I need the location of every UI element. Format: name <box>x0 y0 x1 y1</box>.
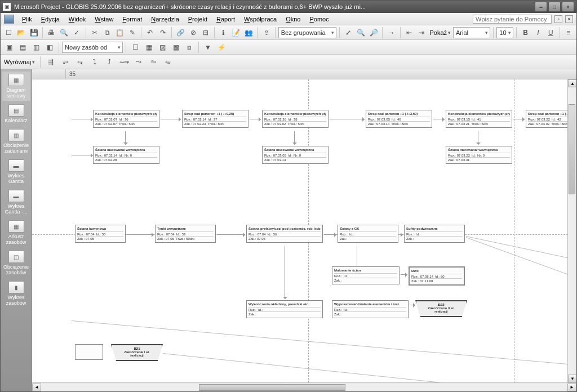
sidebar-item-6[interactable]: ◫Obciążenie zasobów <box>2 248 30 278</box>
minimize-button[interactable]: – <box>535 2 547 12</box>
open-icon[interactable]: 📂 <box>15 26 26 39</box>
scroll-right-button[interactable]: ► <box>567 384 576 391</box>
task-box[interactable]: Ściany z GKRoz.: Id.: Zak.: <box>338 225 398 243</box>
tb2-icon-3[interactable]: ▥ <box>30 41 42 54</box>
menu-plik[interactable]: Plik <box>17 15 37 24</box>
align-left-icon[interactable]: ≡ <box>563 26 574 39</box>
tb2-icon-4[interactable]: ◧ <box>43 41 56 54</box>
menu-format[interactable]: Format <box>118 15 147 24</box>
redo-icon[interactable]: ↷ <box>157 26 168 39</box>
level-button[interactable]: Wyrównaj <box>3 59 36 65</box>
outdent-icon[interactable]: ⇤ <box>403 26 415 39</box>
task-box[interactable]: Strop nad parterem +1 (-/+3,60)Roz.: 07.… <box>366 110 432 128</box>
maximize-button[interactable]: □ <box>548 2 561 12</box>
sidebar-item-7[interactable]: ▮Wykres zasobów <box>2 279 30 308</box>
copy-icon[interactable]: ⧉ <box>101 26 113 39</box>
sidebar-item-1[interactable]: ▤Kalendarz <box>2 102 30 126</box>
scroll-left-button[interactable]: ◄ <box>32 384 41 391</box>
sidebar-item-4[interactable]: ▬Wykres Gantta -... <box>2 188 30 217</box>
task-box[interactable]: Ściana murowana/ wewnętrznaRoz.: 07.03.2… <box>446 146 512 164</box>
new-icon[interactable]: ☐ <box>3 26 14 39</box>
horizontal-scrollbar[interactable]: ◄ ► <box>32 382 576 391</box>
menu-wstaw[interactable]: Wstaw <box>90 15 118 24</box>
tb2-icon-1[interactable]: ▣ <box>3 41 15 54</box>
preview-icon[interactable]: 🔍 <box>59 26 70 39</box>
task-box[interactable] <box>75 344 103 360</box>
close-doc-button[interactable]: × <box>565 15 573 23</box>
cut-icon[interactable]: ✂ <box>88 26 100 39</box>
scroll-thumb-v[interactable] <box>569 104 575 194</box>
scroll-thumb-h[interactable] <box>199 384 345 391</box>
menu-współpraca[interactable]: Współpraca <box>239 15 281 24</box>
menu-widok[interactable]: Widok <box>64 15 91 24</box>
tb2-icon-7[interactable]: ▨ <box>156 41 168 54</box>
menu-okno[interactable]: Okno <box>281 15 305 24</box>
publish-icon[interactable]: ⇪ <box>260 26 272 39</box>
scroll-down-button[interactable]: ▼ <box>568 375 576 382</box>
spell-icon[interactable]: ✓ <box>71 26 82 39</box>
tb2-icon-9[interactable]: ⧈ <box>183 41 196 54</box>
task-box[interactable]: Konstrukcja elementów pionowych płytRoz.… <box>446 110 512 128</box>
lvl-icon-2[interactable]: ⥅ <box>59 56 72 68</box>
lvl-icon-7[interactable]: ⤳ <box>132 56 145 68</box>
task-box[interactable]: Konstrukcja elementów pionowych płytRoz.… <box>93 110 159 128</box>
grouping-combo[interactable]: Bez grupowania <box>278 27 336 38</box>
task-box[interactable]: Ściana kurtynowaRoz.: 07.04Id.: 50Zak.: … <box>75 225 126 243</box>
scroll-up-button[interactable]: ▲ <box>568 79 576 87</box>
task-box[interactable]: Ściana murowana/ wewnętrznaRoz.: 07.03.0… <box>262 146 329 164</box>
goto-icon[interactable]: → <box>385 26 397 39</box>
tb2-icon-6[interactable]: ▦ <box>143 41 155 54</box>
filter-icon[interactable]: ▼ <box>202 41 214 54</box>
undo-icon[interactable]: ↶ <box>144 26 156 39</box>
task-box[interactable]: Ściana murowana/ wewnętrznaRoz.: 07.02.1… <box>93 146 159 164</box>
task-box[interactable]: Ściana prefabryk.cc/ pod poziomdc. rob. … <box>246 225 323 243</box>
sidebar-item-5[interactable]: ▦Arkusz zasobów <box>2 218 30 247</box>
lvl-icon-8[interactable]: ⥲ <box>147 56 159 68</box>
lvl-icon-5[interactable]: ⤴ <box>103 56 116 68</box>
lvl-icon-4[interactable]: ⤵ <box>88 56 101 68</box>
lvl-icon-6[interactable]: ⟿ <box>118 56 130 68</box>
task-box[interactable]: BWPRoz.: 07.08.14Id.: 60Zak.: 07.11.08 <box>409 266 465 286</box>
menu-pomoc[interactable]: Pomoc <box>305 15 333 24</box>
task-box[interactable]: Wykończenia okładziny, posadzki etc.Roz.… <box>246 300 323 318</box>
info-icon[interactable]: ℹ <box>218 26 229 39</box>
font-combo[interactable]: Arial <box>453 27 490 38</box>
lvl-icon-9[interactable]: ⥳ <box>162 56 174 68</box>
task-box[interactable]: Konstrukcja elementów pionowych płytRoz.… <box>262 110 329 128</box>
zoomin-icon[interactable]: 🔍 <box>355 26 366 39</box>
help-search-input[interactable] <box>473 15 552 24</box>
italic-icon[interactable]: I <box>532 26 544 39</box>
zoomout-icon[interactable]: 🔎 <box>368 26 379 39</box>
notes-icon[interactable]: 📝 <box>230 26 242 39</box>
task-box[interactable]: Sufity podwieszaneRoz.: Id.: Zak.: <box>404 225 465 243</box>
format-icon[interactable]: ✎ <box>127 26 138 39</box>
print-icon[interactable]: 🖶 <box>46 26 57 39</box>
task-box[interactable]: Malowanie ścianRoz.: Id.: Zak.: <box>332 266 400 284</box>
sidebar-item-3[interactable]: ▬Wykres Gantta <box>2 157 30 186</box>
menu-edycja[interactable]: Edycja <box>37 15 64 24</box>
task-box[interactable]: Wyposażenie/ działanie elementów i inst.… <box>332 300 409 318</box>
paste-icon[interactable]: 📋 <box>114 26 125 39</box>
tb2-icon-10[interactable]: ⚡ <box>215 41 228 54</box>
underline-icon[interactable]: U <box>545 26 556 39</box>
network-diagram-canvas[interactable]: Konstrukcja elementów pionowych płytRoz.… <box>32 79 576 382</box>
restore-doc-button[interactable]: ▫ <box>554 15 562 23</box>
vertical-scrollbar[interactable]: ▲ ▼ <box>567 79 576 382</box>
zoomfit-icon[interactable]: ⤢ <box>343 26 354 39</box>
sidebar-item-2[interactable]: ▥Obciążenie zadaniami <box>2 127 30 156</box>
lvl-icon-1[interactable]: ⇶ <box>45 56 57 68</box>
menu-raport[interactable]: Raport <box>212 15 239 24</box>
lvl-icon-3[interactable]: ⥆ <box>74 56 86 68</box>
tb2-icon-8[interactable]: ▩ <box>170 41 182 54</box>
milestone-box[interactable]: B22Zakończenie II et.realizacji <box>415 300 467 317</box>
save-icon[interactable]: 💾 <box>28 26 39 39</box>
task-box[interactable]: Tynki wewnętrzneRoz.: 07.04Id.: 53Zak.: … <box>155 225 216 243</box>
assign-icon[interactable]: 👥 <box>243 26 254 39</box>
tb2-icon-5[interactable]: ☐ <box>129 41 141 54</box>
menu-projekt[interactable]: Projekt <box>184 15 212 24</box>
font-size-combo[interactable]: 10 <box>496 27 513 38</box>
menu-narzędzia[interactable]: Narzędzia <box>147 15 184 24</box>
close-button[interactable]: × <box>562 2 574 12</box>
milestone-box[interactable]: B21Zakończenie I et.realizacji <box>111 344 163 361</box>
link-icon[interactable]: 🔗 <box>175 26 186 39</box>
